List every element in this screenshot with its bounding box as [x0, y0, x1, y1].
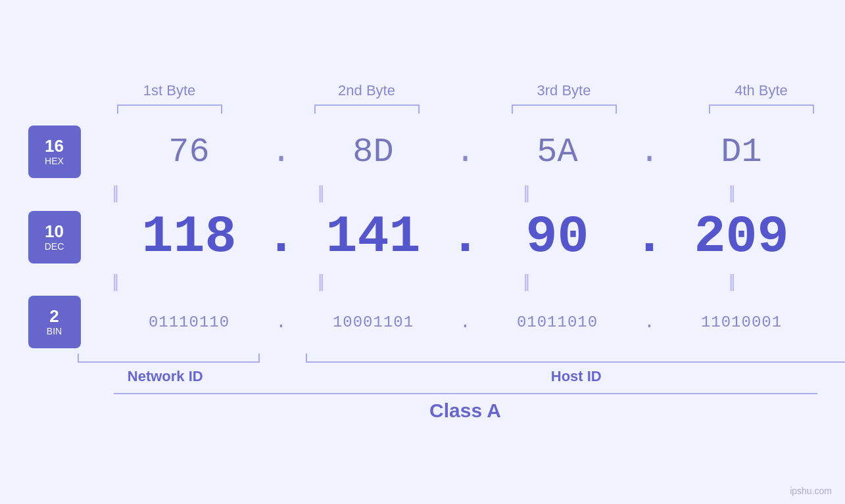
equals-row-1: || || || || — [28, 182, 817, 203]
hex-badge-label: HEX — [45, 156, 64, 166]
equals-row-2: || || || || — [28, 271, 817, 292]
bottom-labels-row: Network ID Host ID — [71, 368, 846, 385]
dec-dot-3: . — [633, 207, 665, 267]
bin-badge-num: 2 — [49, 308, 59, 325]
network-id-label: Network ID — [71, 368, 260, 385]
byte-label-4: 4th Byte — [663, 82, 846, 99]
equals-2-4: || — [729, 271, 733, 292]
bin-badge: 2 BIN — [28, 296, 81, 348]
dec-row: 10 DEC 118 . 141 . 90 . 209 — [28, 207, 817, 267]
host-bracket — [306, 354, 845, 363]
dec-val-1: 118 — [141, 207, 236, 267]
dec-badge-label: DEC — [45, 241, 64, 252]
equals-1-1: || — [112, 182, 116, 203]
dec-badge: 10 DEC — [28, 211, 81, 263]
dec-dot-1: . — [265, 207, 297, 267]
bin-values: 01110110 . 10001101 . 01011010 . 1101000… — [114, 312, 817, 332]
bin-val-1: 01110110 — [149, 313, 229, 331]
dec-badge-num: 10 — [45, 223, 64, 240]
bin-dot-2: . — [460, 312, 471, 332]
dec-val-2: 141 — [326, 207, 420, 267]
host-bracket-wrapper — [299, 354, 845, 363]
byte-label-2: 2nd Byte — [268, 82, 466, 99]
bin-val-2: 10001101 — [333, 313, 414, 331]
class-section: Class A — [114, 393, 817, 422]
byte-label-3: 3rd Byte — [466, 82, 663, 99]
network-bracket — [78, 354, 260, 363]
top-bracket-1 — [117, 104, 222, 114]
equals-2-2: || — [318, 271, 322, 292]
top-bracket-3 — [512, 104, 617, 114]
byte-labels-row: 1st Byte 2nd Byte 3rd Byte 4th Byte — [71, 82, 846, 99]
hex-val-4: D1 — [721, 133, 761, 172]
equals-1-2: || — [318, 182, 322, 203]
host-id-label: Host ID — [293, 368, 845, 385]
bin-badge-label: BIN — [47, 326, 62, 336]
class-divider — [114, 393, 817, 394]
hex-val-2: 8D — [352, 133, 393, 172]
bin-dot-1: . — [276, 312, 287, 332]
top-bracket-4 — [709, 104, 814, 114]
network-bracket-wrapper — [71, 354, 267, 363]
byte-label-1: 1st Byte — [71, 82, 268, 99]
watermark: ipshu.com — [790, 486, 832, 496]
equals-2-3: || — [523, 271, 527, 292]
dec-val-4: 209 — [694, 207, 788, 267]
dec-dot-2: . — [449, 207, 481, 267]
bin-dot-3: . — [644, 312, 655, 332]
bin-val-3: 01011010 — [517, 313, 598, 331]
hex-badge: 16 HEX — [28, 126, 81, 178]
dec-values: 118 . 141 . 90 . 209 — [114, 207, 817, 267]
bottom-section: Network ID Host ID — [71, 354, 846, 385]
top-brackets-row — [71, 104, 846, 114]
hex-badge-num: 16 — [45, 137, 64, 154]
hex-values: 76 . 8D . 5A . D1 — [114, 133, 817, 172]
dec-val-3: 90 — [525, 207, 589, 267]
equals-2-1: || — [112, 271, 116, 292]
equals-1-4: || — [729, 182, 733, 203]
hex-dot-2: . — [455, 133, 475, 172]
top-bracket-2 — [314, 104, 420, 114]
class-label: Class A — [429, 400, 501, 422]
hex-row: 16 HEX 76 . 8D . 5A . D1 — [28, 126, 817, 178]
hex-val-1: 76 — [168, 133, 209, 172]
equals-1-3: || — [523, 182, 527, 203]
bin-row: 2 BIN 01110110 . 10001101 . 01011010 . 1… — [28, 296, 817, 348]
hex-dot-3: . — [639, 133, 660, 172]
hex-dot-1: . — [271, 133, 291, 172]
hex-val-3: 5A — [537, 133, 577, 172]
bin-val-4: 11010001 — [701, 313, 782, 331]
bottom-brackets-row — [71, 354, 846, 363]
